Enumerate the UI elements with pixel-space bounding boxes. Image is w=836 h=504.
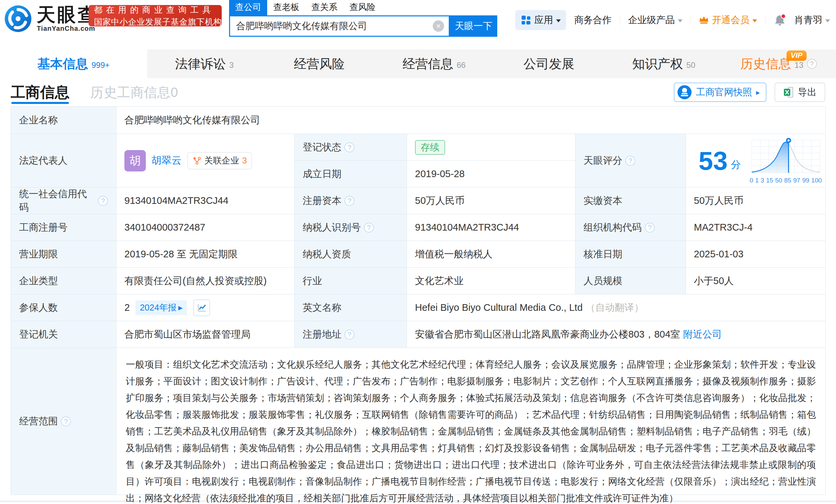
help-icon[interactable]: ? (344, 196, 355, 206)
menu-enterprise[interactable]: 企业级产品 (628, 14, 683, 26)
vip-label: 开通会员 (712, 14, 749, 26)
label-business-term: 营业期限 (11, 241, 116, 268)
related-companies-badge[interactable]: 关联企业 3 (187, 152, 252, 170)
insured-trend-button[interactable] (193, 299, 210, 316)
tab-intellectual-property[interactable]: 知识产权 50 (606, 50, 721, 78)
label-text: 组织机构代码 (584, 221, 642, 234)
top-header: 天眼查 TianYanCha.com 都在用的商业查询工具 国家中小企业发展子基… (0, 0, 836, 50)
axis-tick: 97 (793, 177, 800, 184)
value-insured-count: 2 2024年报 ▸ (116, 294, 294, 321)
official-snapshot-button[interactable]: 工商官网快照 ▸ (674, 82, 766, 102)
help-icon[interactable]: ? (364, 222, 374, 233)
promo-banner: 都在用的商业查询工具 国家中小企业发展子基金旗下机构 (89, 5, 222, 26)
help-icon[interactable]: ? (645, 222, 655, 233)
vip-badge: VIP (786, 51, 806, 61)
company-info-table: 企业名称 合肥哔哟哔哟文化传媒有限公司 法定代表人 胡 胡翠云 关联企业 3 登… (11, 106, 825, 495)
snapshot-label: 工商官网快照 (696, 86, 752, 99)
search-input[interactable] (236, 21, 433, 32)
score-distribution-chart (750, 137, 822, 174)
divider (765, 15, 765, 25)
notification-bell[interactable] (774, 14, 786, 26)
tab-operating-info[interactable]: 经营信息 66 (377, 50, 491, 78)
legal-rep-link[interactable]: 胡翠云 (151, 154, 182, 168)
label-taxpayer-id: 纳税人识别号 ? (294, 214, 407, 241)
search-tab-boss[interactable]: 查老板 (267, 0, 305, 15)
tab-basic-info[interactable]: 基本信息 999+ (0, 50, 147, 78)
help-icon[interactable]: ? (344, 142, 355, 152)
value-paid-capital: 50万人民币 (686, 188, 825, 214)
value-approval-date: 2025-01-03 (686, 241, 825, 268)
tab-count: 50 (686, 60, 696, 70)
tab-legal-litigation[interactable]: 法律诉讼 3 (147, 50, 262, 78)
help-icon[interactable]: ? (98, 196, 108, 206)
search-area: 查公司 查老板 查关系 查风险 × 天眼一下 (229, 1, 497, 37)
open-vip-menu[interactable]: 开通会员 (699, 14, 757, 26)
english-name: Hefei Biyo Biyo Cultural Media Co., Ltd (415, 302, 583, 313)
status-badge: 存续 (415, 140, 445, 155)
crown-icon (699, 16, 709, 24)
business-term: 2019-05-28 至 无固定期限 (125, 248, 238, 261)
banner-line2: 国家中小企业发展子基金旗下机构 (94, 16, 216, 27)
label-text: 工商注册号 (19, 221, 68, 234)
tab-label: 公司发展 (523, 56, 574, 73)
label-organization-code: 组织机构代码 ? (575, 214, 686, 241)
tab-label: 历史信息 (740, 56, 791, 73)
apps-menu[interactable]: 应用 (515, 10, 566, 30)
label-text: 登记状态 (303, 141, 341, 154)
tab-operating-risk[interactable]: 经营风险 (262, 50, 377, 78)
label-registration-number: 工商注册号 (11, 214, 116, 241)
taxpayer-quality: 增值税一般纳税人 (415, 248, 493, 261)
axis-tick: 99 (802, 177, 809, 184)
axis-tick: 50 (775, 177, 782, 184)
label-text: 人员规模 (584, 274, 622, 288)
chevron-down-icon (556, 19, 561, 22)
annual-report-badge[interactable]: 2024年报 ▸ (135, 301, 187, 315)
tab-history-info[interactable]: VIP 历史信息 13 ? (721, 50, 836, 78)
value-registration-authority: 合肥市蜀山区市场监督管理局 (116, 321, 294, 348)
avatar[interactable]: 胡 (125, 150, 146, 172)
approval-date: 2025-01-03 (694, 249, 743, 260)
help-icon[interactable]: ? (61, 416, 71, 426)
help-icon[interactable]: ? (344, 330, 355, 340)
registered-address: 安徽省合肥市蜀山区潜山北路凤凰帝豪商业办公楼803，804室 (415, 328, 680, 341)
export-button[interactable]: 导出 (775, 82, 825, 102)
value-taxpayer-id: 91340104MA2TR3CJ44 (407, 214, 575, 241)
related-label: 关联企业 (204, 155, 239, 167)
help-icon[interactable]: ? (807, 59, 817, 69)
export-label: 导出 (798, 86, 817, 99)
nearby-companies-link[interactable]: 附近公司 (683, 328, 722, 341)
label-legal-representative: 法定代表人 (11, 134, 116, 188)
search-tab-risk[interactable]: 查风险 (343, 0, 382, 15)
search-tab-relation[interactable]: 查关系 (305, 0, 343, 15)
value-company-name: 合肥哔哟哔哟文化传媒有限公司 (116, 106, 825, 134)
tab-label: 法律诉讼 (175, 56, 226, 73)
value-establish-date: 2019-05-28 (407, 161, 575, 188)
label-company-name: 企业名称 (11, 106, 116, 134)
taxpayer-id: 91340104MA2TR3CJ44 (415, 222, 519, 233)
search-row: × 天眼一下 (229, 15, 497, 37)
action-buttons: 工商官网快照 ▸ 导出 (674, 82, 825, 102)
logo[interactable]: 天眼查 TianYanCha.com (4, 5, 98, 33)
value-tyc-score: 53 分 (686, 134, 825, 188)
label-paid-capital: 实缴资本 (575, 188, 686, 214)
value-business-scope: 一般项目：组织文化艺术交流活动；文化娱乐经纪人服务；其他文化艺术经纪代理；体育经… (116, 348, 825, 495)
axis-tick: 3 (761, 177, 764, 184)
tab-company-development[interactable]: 公司发展 (492, 50, 606, 78)
label-text: 行业 (303, 274, 322, 288)
subtab-row: 工商信息 历史工商信息0 工商官网快照 ▸ 导出 (0, 78, 836, 106)
user-menu[interactable]: 肖青羽 (794, 14, 830, 26)
notification-dot (781, 14, 785, 18)
search-input-wrap: × (229, 15, 450, 37)
clear-icon[interactable]: × (433, 20, 444, 32)
menu-cooperation[interactable]: 商务合作 (574, 14, 612, 26)
search-tab-company[interactable]: 查公司 (229, 0, 267, 15)
label-insured-count: 参保人数 (11, 294, 116, 321)
tab-label: 经营风险 (294, 56, 345, 73)
help-icon[interactable]: ? (625, 156, 635, 166)
label-text: 纳税人识别号 (303, 221, 361, 234)
subtab-business-info[interactable]: 工商信息 (11, 78, 70, 106)
axis-tick: 100 (811, 177, 822, 184)
value-legal-representative: 胡 胡翠云 关联企业 3 (116, 134, 294, 188)
subtab-history-business-info[interactable]: 历史工商信息0 (90, 78, 178, 106)
search-button[interactable]: 天眼一下 (450, 15, 497, 37)
